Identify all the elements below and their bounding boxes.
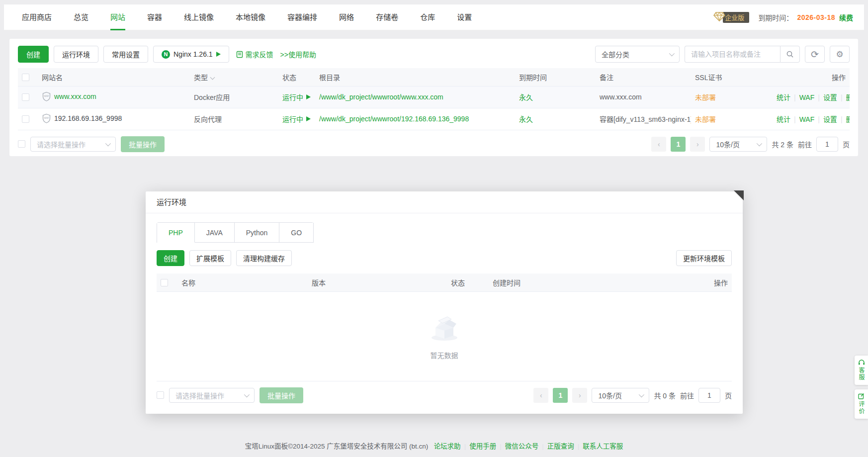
nav-item-总览[interactable]: 总览 [74, 4, 88, 30]
category-filter-select[interactable]: 全部分类 [595, 46, 680, 63]
close-corner-button[interactable] [734, 190, 744, 200]
nav-item-网络[interactable]: 网络 [339, 4, 354, 30]
clear-build-cache-button[interactable]: 清理构建缓存 [236, 250, 292, 266]
nav-item-网站[interactable]: 网站 [110, 4, 125, 30]
nav-item-存储卷[interactable]: 存储卷 [376, 4, 398, 30]
settings-button[interactable] [830, 46, 850, 63]
footer-link-4[interactable]: 正版查询 [547, 443, 574, 450]
action-设置[interactable]: 设置 [823, 115, 837, 123]
footer-link-5[interactable]: 联系人工客服 [583, 443, 623, 450]
svg-text:WAF: WAF [44, 95, 49, 97]
sort-caret-icon[interactable] [210, 75, 215, 80]
headset-icon [858, 359, 865, 366]
search-input[interactable] [685, 46, 780, 63]
site-table: 网站名 类型 状态 根目录 到期时间 备注 SSL证书 操作 WAFwww.xx… [18, 68, 850, 130]
tab-JAVA[interactable]: JAVA [195, 223, 235, 243]
nav-item-应用商店[interactable]: 应用商店 [22, 4, 52, 30]
action-设置[interactable]: 设置 [823, 93, 837, 101]
env-total-count: 共 0 条 [654, 390, 676, 400]
select-all-checkbox[interactable] [22, 74, 29, 81]
side-tab-客服[interactable]: 客服 [855, 356, 868, 385]
batch-apply-button[interactable]: 批量操作 [121, 136, 165, 152]
env-pagination: ‹ 1 › 10条/页 共 0 条 前往 页 [533, 388, 732, 403]
row-checkbox[interactable] [22, 93, 29, 101]
goto-page-input[interactable] [816, 137, 838, 152]
site-note: www.xxx.com [596, 86, 691, 108]
tab-PHP[interactable]: PHP [157, 223, 195, 243]
action-删除[interactable]: 删除 [846, 115, 850, 123]
env-select-all-checkbox[interactable] [161, 279, 168, 286]
action-separator: | [841, 115, 843, 123]
footer-link-1[interactable]: 论坛求助 [434, 443, 461, 450]
footer-link-3[interactable]: 微信公众号 [505, 443, 539, 450]
site-root-link[interactable]: /www/dk_project/wwwroot/192.168.69.136_9… [319, 115, 469, 123]
row-checkbox[interactable] [22, 115, 29, 123]
batch-select-all-checkbox[interactable] [18, 140, 25, 148]
nav-item-设置[interactable]: 设置 [457, 4, 472, 30]
total-count: 共 2 条 [772, 139, 793, 149]
runtime-tabs: PHPJAVAPythonGO [157, 222, 314, 243]
nav-item-仓库[interactable]: 仓库 [420, 4, 435, 30]
env-page-unit: 页 [725, 390, 732, 400]
nginx-version-button[interactable]: N Nginx 1.26.1 [153, 46, 229, 63]
nav-item-本地镜像[interactable]: 本地镜像 [236, 4, 265, 30]
nav-item-线上镜像[interactable]: 线上镜像 [184, 4, 214, 30]
action-删除[interactable]: 删除 [846, 93, 850, 101]
env-per-page-select[interactable]: 10条/页 [592, 388, 649, 403]
nav-items: 应用商店总览网站容器线上镜像本地镜像容器编排网络存储卷仓库设置 [22, 4, 472, 30]
runtime-env-button[interactable]: 运行环境 [54, 46, 98, 63]
waf-shield-icon: WAF [42, 91, 51, 101]
current-page[interactable]: 1 [671, 137, 686, 152]
side-widgets: 客服评价 [855, 356, 868, 419]
common-settings-button[interactable]: 常用设置 [103, 46, 148, 63]
renew-link[interactable]: 续费 [839, 12, 853, 22]
modal-batch-checkbox[interactable] [157, 391, 164, 399]
env-goto-page-input[interactable] [698, 388, 720, 403]
env-current-page[interactable]: 1 [553, 388, 568, 403]
search-button[interactable] [780, 46, 800, 63]
row-actions: 统计|WAF|设置|删除 [773, 108, 850, 130]
create-env-button[interactable]: 创建 [157, 250, 184, 266]
help-link[interactable]: >>使用帮助 [280, 49, 316, 59]
modal-batch-apply-button[interactable]: 批量操作 [260, 387, 303, 403]
create-site-button[interactable]: 创建 [18, 46, 49, 63]
action-统计[interactable]: 统计 [777, 93, 790, 101]
feedback-link[interactable]: 需求反馈 [236, 49, 273, 59]
nav-item-容器[interactable]: 容器 [147, 4, 162, 30]
expire-date: 2026-03-18 [797, 13, 835, 21]
modal-batch-select[interactable]: 请选择批量操作 [169, 388, 255, 403]
ssl-status: 未部署 [691, 108, 773, 130]
tab-Python[interactable]: Python [235, 223, 280, 243]
next-page-button[interactable]: › [690, 137, 705, 152]
batch-action-select[interactable]: 请选择批量操作 [30, 137, 116, 152]
site-expire: 永久 [515, 86, 596, 108]
footer-separator: | [464, 443, 466, 450]
env-prev-page-button[interactable]: ‹ [533, 388, 548, 403]
extend-template-button[interactable]: 扩展模板 [189, 250, 231, 266]
action-separator: | [794, 115, 796, 123]
side-tab-评价[interactable]: 评价 [855, 389, 868, 419]
site-expire: 永久 [515, 108, 596, 130]
site-name-link[interactable]: WAF192.168.69.136_9998 [42, 113, 122, 123]
site-name-link[interactable]: WAFwww.xxx.com [42, 91, 96, 101]
per-page-select[interactable]: 10条/页 [709, 137, 767, 152]
header-site-name: 网站名 [38, 68, 190, 86]
footer-separator: | [542, 443, 544, 450]
nav-item-容器编排[interactable]: 容器编排 [287, 4, 317, 30]
refresh-button[interactable] [805, 46, 825, 63]
chevron-down-icon [105, 140, 111, 146]
chevron-down-icon [244, 391, 250, 397]
batch-bar: 请选择批量操作 批量操作 ‹ 1 › 10条/页 共 2 条 前往 页 [18, 136, 850, 152]
action-统计[interactable]: 统计 [777, 115, 790, 123]
action-WAF[interactable]: WAF [799, 115, 815, 123]
tab-GO[interactable]: GO [279, 223, 314, 243]
site-status[interactable]: 运行中 [282, 92, 311, 102]
prev-page-button[interactable]: ‹ [651, 137, 666, 152]
site-root-link[interactable]: /www/dk_project/wwwroot/www.xxx.com [319, 93, 443, 101]
update-env-template-button[interactable]: 更新环境模板 [676, 250, 732, 266]
action-WAF[interactable]: WAF [799, 93, 815, 101]
footer-link-2[interactable]: 使用手册 [469, 443, 496, 450]
env-next-page-button[interactable]: › [572, 388, 587, 403]
site-status[interactable]: 运行中 [282, 114, 311, 124]
header-type: 类型 [190, 68, 278, 86]
